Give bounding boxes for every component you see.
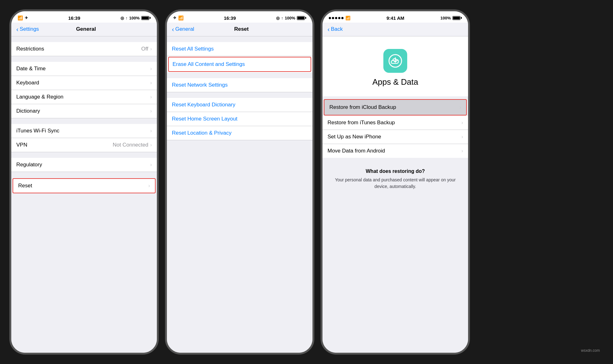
- date-time-chevron: ›: [150, 66, 152, 72]
- battery-icon-2: [297, 16, 306, 20]
- status-left-3: 📶: [329, 16, 350, 20]
- reset-label: Reset: [18, 183, 32, 189]
- keyboard-value: ›: [150, 80, 152, 86]
- restore-icloud-label: Restore from iCloud Backup: [329, 104, 396, 110]
- reset-location-label: Reset Location & Privacy: [172, 130, 232, 136]
- language-region-item[interactable]: Language & Region ›: [11, 90, 157, 104]
- signal-dots-3: [329, 17, 344, 19]
- back-label-1: Settings: [20, 26, 39, 32]
- itunes-wifi-label: iTunes Wi-Fi Sync: [16, 128, 59, 134]
- regulatory-item[interactable]: Regulatory ›: [11, 158, 157, 172]
- battery-icon-1: [141, 16, 151, 20]
- dot-1: [329, 17, 331, 19]
- battery-label-2: 100%: [285, 16, 295, 20]
- settings-list-1: Restrictions Off › Date & Time › Keyboar…: [11, 36, 157, 353]
- vpn-label: VPN: [16, 142, 27, 148]
- section-gap-top: [11, 36, 157, 42]
- section-gap-5: [11, 194, 157, 200]
- date-time-item[interactable]: Date & Time ›: [11, 62, 157, 76]
- location-icon-2: ◎: [276, 16, 280, 20]
- reset-chevron: ›: [148, 183, 150, 189]
- move-data-android-label: Move Data from Android: [328, 148, 385, 154]
- location-icon-1: ◎: [120, 16, 124, 20]
- back-label-3: Back: [331, 26, 343, 32]
- setup-new-iphone-item[interactable]: Set Up as New iPhone ›: [322, 130, 468, 144]
- airplane-icon-2: ✈: [173, 16, 176, 20]
- setup-new-iphone-label: Set Up as New iPhone: [328, 134, 381, 140]
- back-chevron-1: ‹: [16, 26, 19, 32]
- reset-network-item[interactable]: Reset Network Settings: [167, 78, 312, 92]
- itunes-wifi-value: ›: [150, 128, 152, 134]
- nav-title-2: Reset: [194, 26, 289, 32]
- apps-gap-top: [322, 96, 468, 99]
- restore-itunes-chevron: ›: [461, 120, 463, 126]
- reset-home-screen-label: Reset Home Screen Layout: [172, 116, 237, 122]
- reset-gap-1: [167, 72, 312, 78]
- status-left-1: 📶 ✈: [18, 15, 28, 20]
- dot-4: [338, 17, 340, 19]
- wifi-icon-2: 📶: [178, 15, 184, 20]
- iphone-panel-1: 📶 ✈ 16:39 ◎ ↑ 100% ‹ Settings General: [9, 9, 159, 355]
- back-button-2[interactable]: ‹ General: [172, 26, 194, 32]
- reset-gap-2: [167, 92, 312, 98]
- arrow-icon-2: ↑: [281, 16, 283, 20]
- reset-item[interactable]: Reset ›: [13, 178, 156, 193]
- regulatory-value: ›: [150, 162, 152, 168]
- status-right-1: ◎ ↑ 100%: [120, 16, 151, 20]
- nav-bar-1: ‹ Settings General: [11, 23, 157, 36]
- info-title: What does restoring do?: [328, 169, 463, 174]
- dictionary-label: Dictionary: [16, 108, 40, 114]
- erase-all-content-label: Erase All Content and Settings: [173, 61, 245, 67]
- restore-icloud-chevron: ›: [460, 104, 461, 110]
- reset-keyboard-item[interactable]: Reset Keyboard Dictionary: [167, 98, 312, 112]
- regulatory-chevron: ›: [150, 162, 152, 168]
- itunes-wifi-item[interactable]: iTunes Wi-Fi Sync ›: [11, 124, 157, 138]
- reset-location-item[interactable]: Reset Location & Privacy: [167, 126, 312, 140]
- apps-data-screen: Apps & Data Restore from iCloud Backup ›…: [322, 36, 468, 353]
- nav-bar-3: ‹ Back: [322, 23, 468, 36]
- apps-gap-1: [322, 158, 468, 163]
- reset-home-screen-item[interactable]: Reset Home Screen Layout: [167, 112, 312, 126]
- battery-label-1: 100%: [129, 16, 140, 20]
- status-bar-1: 📶 ✈ 16:39 ◎ ↑ 100%: [11, 11, 157, 23]
- dictionary-chevron: ›: [150, 108, 152, 114]
- back-button-3[interactable]: ‹ Back: [328, 26, 343, 32]
- reset-keyboard-label: Reset Keyboard Dictionary: [172, 102, 235, 108]
- keyboard-item[interactable]: Keyboard ›: [11, 76, 157, 90]
- restore-itunes-item[interactable]: Restore from iTunes Backup ›: [322, 116, 468, 130]
- move-data-android-chevron: ›: [461, 148, 463, 154]
- wifi-icon-1: 📶: [18, 15, 23, 20]
- reset-network-label: Reset Network Settings: [172, 82, 228, 88]
- back-label-2: General: [175, 26, 194, 32]
- dot-5: [341, 17, 344, 19]
- status-bar-2: ✈ 📶 16:39 ◎ ↑ 100%: [167, 11, 312, 23]
- reset-all-settings-item[interactable]: Reset All Settings: [167, 42, 312, 56]
- section-gap-2: [11, 118, 157, 124]
- restore-icloud-item[interactable]: Restore from iCloud Backup ›: [324, 99, 467, 115]
- time-1: 16:39: [68, 15, 80, 21]
- icloud-restore-svg: [388, 54, 402, 68]
- keyboard-label: Keyboard: [16, 80, 39, 86]
- keyboard-chevron: ›: [150, 80, 152, 86]
- status-left-2: ✈ 📶: [173, 15, 184, 20]
- vpn-item[interactable]: VPN Not Connected ›: [11, 138, 157, 152]
- section-gap-3: [11, 152, 157, 158]
- language-region-value: ›: [150, 94, 152, 100]
- apps-data-header: Apps & Data: [322, 36, 468, 96]
- language-region-label: Language & Region: [16, 94, 63, 100]
- restrictions-item[interactable]: Restrictions Off ›: [11, 42, 157, 56]
- restrictions-label: Restrictions: [16, 46, 44, 52]
- erase-all-content-item[interactable]: Erase All Content and Settings: [168, 57, 311, 72]
- screenshot-wrapper: 📶 ✈ 16:39 ◎ ↑ 100% ‹ Settings General: [0, 0, 613, 364]
- info-text: Your personal data and purchased content…: [328, 177, 463, 190]
- apps-data-icon: [383, 49, 407, 73]
- apps-data-title: Apps & Data: [372, 77, 418, 87]
- back-button-1[interactable]: ‹ Settings: [16, 26, 39, 32]
- move-data-android-item[interactable]: Move Data from Android ›: [322, 144, 468, 158]
- language-region-chevron: ›: [150, 94, 152, 100]
- airplane-icon-1: ✈: [25, 16, 28, 20]
- regulatory-label: Regulatory: [16, 162, 42, 168]
- vpn-value: Not Connected ›: [113, 142, 152, 148]
- section-gap-4: [11, 172, 157, 178]
- dictionary-item[interactable]: Dictionary ›: [11, 104, 157, 118]
